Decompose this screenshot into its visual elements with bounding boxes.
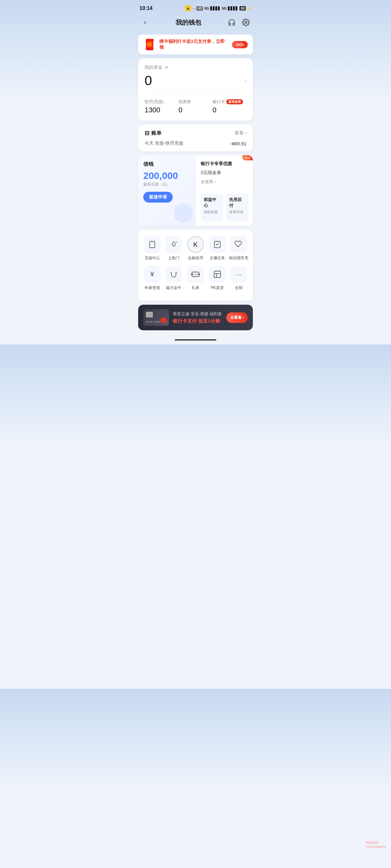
bill-icon: ⊟	[144, 130, 149, 137]
bottom-banner-top: 笔笔立减 安全·便捷·福利多	[173, 311, 222, 317]
bill-title: ⊟ 账单	[144, 130, 162, 137]
magneto-icon	[165, 266, 182, 283]
bill-desc: 今天 充值-快币充值	[144, 141, 183, 146]
cashback-badge: 返现金券	[226, 99, 243, 104]
bill-card: ⊟ 账单 查看 › 今天 充值-快币充值 -¥69.91	[138, 124, 253, 151]
fund-items: 快币(充值) 1300 优惠券 0 银行卡 返现金券 0	[144, 99, 247, 114]
bank-bottom-items: 权益中心 领取权益 › 先用后付 查看详情 ›	[201, 194, 248, 221]
fund-amount: 0	[144, 73, 152, 88]
back-button[interactable]: ‹	[139, 17, 151, 28]
icon-item-hot[interactable]: + 上热门	[164, 236, 183, 261]
icon-item-exchange[interactable]: K 兑换快币	[186, 236, 205, 261]
bill-view-button[interactable]: 查看 ›	[234, 130, 247, 136]
fans-label: 粉丝团常亮	[229, 255, 248, 261]
bill-row: 今天 充值-快币充值 -¥69.91	[144, 141, 247, 146]
hot-badge: hot	[242, 155, 253, 160]
author-icon: ¥	[144, 266, 161, 283]
all-icon: ···	[230, 266, 247, 283]
hd-badge: HD	[196, 6, 203, 10]
bank-mini-item-rights[interactable]: 权益中心 领取权益 ›	[201, 194, 223, 221]
icon-item-fans[interactable]: 粉丝团常亮	[229, 236, 248, 261]
bank-mini-item-buynow[interactable]: 先用后付 查看详情 ›	[226, 194, 249, 221]
bottom-banner-text: 银行卡支付	[173, 318, 197, 323]
bottom-banner-info: 笔笔立减 安全·便捷·福利多 银行卡支付 低至1分购	[173, 311, 222, 324]
battery-indicator: 30	[240, 6, 246, 10]
banner-icon: 🧧	[143, 38, 156, 51]
icon-item-author[interactable]: ¥ 作者变现	[143, 266, 162, 290]
bank-mini-sub-buynow: 查看详情 ›	[229, 210, 246, 218]
home-indicator	[133, 337, 258, 344]
signal-bars1: ▋▋▋▋	[210, 6, 221, 10]
eye-icon[interactable]: 👁	[164, 65, 169, 70]
banner-highlight: 3元	[191, 39, 198, 44]
loan-title: 借钱	[143, 161, 191, 168]
fund-card: 我的资金 👁 0 › 快币(充值) 1300 优惠券 0 银行卡 返现金券 0	[138, 58, 253, 121]
page-title: 我的钱包	[176, 18, 201, 27]
pksell-label: PK卖货	[211, 285, 224, 290]
fund-item-kuaibi[interactable]: 快币(充值) 1300	[144, 99, 178, 114]
hot-icon: +	[165, 236, 182, 253]
icon-grid-card: 充值中心 + 上热门 K 兑换快币 主播任务	[138, 230, 253, 301]
card-chip	[146, 312, 153, 317]
icon-item-pksell[interactable]: PK卖货	[208, 266, 227, 290]
fund-item-coupon[interactable]: 优惠券 0	[178, 99, 213, 114]
icon-item-recharge[interactable]: 充值中心	[143, 236, 162, 261]
fund-item-value-bank: 0	[213, 106, 247, 114]
bank-offer-title: 银行卡专享优惠	[201, 161, 248, 167]
magneto-label: 磁力金牛	[166, 285, 181, 290]
recharge-label: 充值中心	[144, 255, 160, 261]
fund-item-value-kuaibi: 1300	[144, 106, 178, 114]
banner-go-button[interactable]: GO›	[232, 41, 248, 48]
icon-item-task[interactable]: 主播任务	[208, 236, 227, 261]
loan-sublabel: 最高可借（元）	[143, 182, 191, 187]
bank-offer-link[interactable]: 去使用 ›	[201, 179, 248, 185]
feature-inner: 借钱 200,000 最高可借（元） 极速申请 hot 银行卡专享优惠 3元现金…	[138, 155, 253, 226]
bottom-banner[interactable]: 8686 0606 303 笔笔立减 安全·便捷·福利多 银行卡支付 低至1分购…	[138, 305, 253, 330]
fund-amount-row: 0 ›	[144, 73, 247, 88]
bottom-banner-highlight: 低至1分购	[198, 318, 220, 323]
svg-point-0	[245, 22, 247, 23]
notification-icon: ■	[185, 5, 191, 11]
fans-icon	[230, 236, 247, 253]
5g-icon1: 5G	[204, 6, 209, 10]
signal-bars2: ▋▋▋▋	[228, 6, 238, 10]
banner-text: 绑卡福利行卡送3元支付券，立即领	[159, 39, 229, 50]
icon-item-all[interactable]: ··· 全部	[229, 266, 248, 290]
svg-rect-1	[150, 241, 155, 248]
recharge-icon	[144, 236, 161, 253]
status-bar: 10:14 ■ ··· HD 5G ▋▋▋▋ 5G ▋▋▋▋ 30 ⚡	[133, 0, 258, 14]
coupon-label: 礼券	[192, 285, 199, 290]
fund-item-bank[interactable]: 银行卡 返现金券 0	[213, 99, 247, 114]
fund-item-label-coupon: 优惠券	[178, 99, 213, 105]
home-bar	[175, 339, 216, 341]
exchange-label: 兑换快币	[188, 255, 203, 261]
task-icon	[209, 236, 226, 253]
fund-item-value-coupon: 0	[178, 106, 213, 114]
card-logo-dot	[161, 317, 166, 323]
headset-button[interactable]	[226, 17, 238, 28]
pksell-icon	[209, 266, 226, 283]
bank-card-image: 8686 0606 303	[143, 309, 169, 326]
svg-text:+: +	[176, 240, 177, 244]
loan-amount: 200,000	[143, 170, 191, 181]
hot-label: 上热门	[168, 255, 179, 261]
promo-banner[interactable]: 🧧 绑卡福利行卡送3元支付券，立即领 GO›	[138, 35, 253, 54]
feature-card: 借钱 200,000 最高可借（元） 极速申请 hot 银行卡专享优惠 3元现金…	[138, 155, 253, 226]
page-header: ‹ 我的钱包	[133, 14, 258, 33]
author-label: 作者变现	[144, 285, 160, 290]
charging-icon: ⚡	[247, 6, 252, 10]
all-label: 全部	[235, 285, 243, 290]
icon-item-magneto[interactable]: 磁力金牛	[164, 266, 183, 290]
bottom-banner-bottom: 银行卡支付 低至1分购	[173, 318, 222, 324]
icon-item-coupon[interactable]: 礼券	[186, 266, 205, 290]
fund-arrow[interactable]: ›	[245, 78, 247, 84]
bank-section: hot 银行卡专享优惠 3元现金券 去使用 › 权益中心 领取权益 › 先用后付…	[196, 155, 253, 226]
icon-grid-row2: ¥ 作者变现 磁力金牛 礼券	[141, 266, 250, 290]
exchange-icon: K	[187, 236, 204, 253]
bottom-banner-button[interactable]: 去看看 ›	[226, 312, 248, 323]
bank-mini-title-buynow: 先用后付	[229, 197, 246, 208]
bank-mini-title-rights: 权益中心	[204, 197, 220, 208]
loan-apply-button[interactable]: 极速申请	[143, 192, 173, 203]
settings-button[interactable]	[240, 17, 252, 28]
svg-rect-10	[214, 271, 221, 278]
